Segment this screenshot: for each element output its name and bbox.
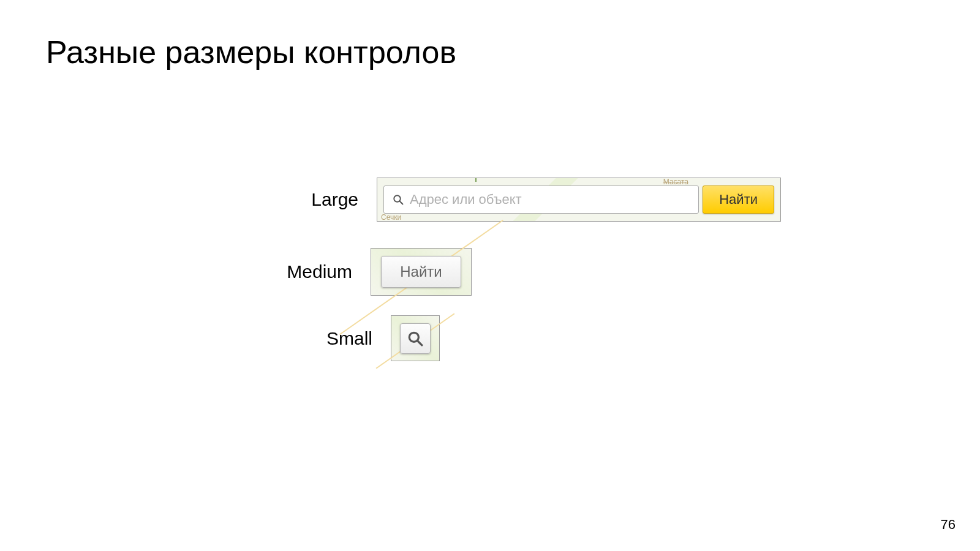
- size-label-medium: Medium: [273, 261, 352, 282]
- search-field-wrap[interactable]: [383, 186, 699, 214]
- page-number: 76: [941, 517, 956, 533]
- map-bg-label-top: Масата: [663, 178, 688, 186]
- slide-title: Разные размеры контролов: [46, 34, 456, 70]
- search-icon: [407, 331, 423, 347]
- svg-line-3: [417, 340, 422, 345]
- row-medium: Medium Найти: [273, 248, 472, 296]
- search-input[interactable]: [410, 192, 690, 208]
- map-tile-medium: Найти: [371, 248, 472, 296]
- row-small: Small: [293, 315, 440, 361]
- find-button-medium[interactable]: Найти: [381, 256, 461, 288]
- row-large: Large Масата Сечки Найти: [279, 178, 781, 222]
- size-label-small: Small: [293, 328, 372, 349]
- find-button-small[interactable]: [400, 323, 431, 354]
- size-label-large: Large: [279, 189, 358, 210]
- map-tick-mark: [475, 178, 477, 182]
- search-icon: [393, 194, 404, 205]
- map-tile-large: Масата Сечки Найти: [377, 178, 781, 222]
- svg-line-1: [399, 201, 402, 204]
- map-bg-label-bottom: Сечки: [381, 213, 401, 222]
- map-tile-small: [391, 315, 440, 361]
- find-button-large[interactable]: Найти: [703, 186, 774, 214]
